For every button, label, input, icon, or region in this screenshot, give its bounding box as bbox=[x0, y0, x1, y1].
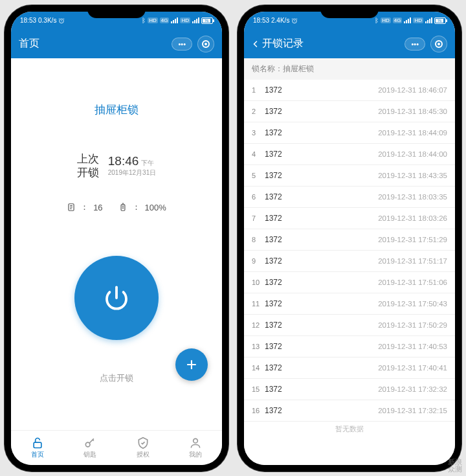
header: 开锁记录 ••• bbox=[244, 30, 455, 58]
lock-name[interactable]: 抽屉柜锁 bbox=[11, 102, 222, 117]
record-row[interactable]: 613722019-12-31 18:03:35 bbox=[244, 187, 455, 208]
record-row[interactable]: 1313722019-12-31 17:40:53 bbox=[244, 336, 455, 357]
record-row[interactable]: 1513722019-12-31 17:32:32 bbox=[244, 379, 455, 400]
notch bbox=[320, 5, 379, 18]
target-button[interactable] bbox=[197, 36, 214, 52]
record-row[interactable]: 213722019-12-31 18:45:30 bbox=[244, 101, 455, 122]
status-time: 18:53 bbox=[20, 17, 36, 24]
tab-auth[interactable]: 授权 bbox=[116, 431, 170, 465]
phone-left: 18:53 0.3K/s ᛒ HD 4G HD 76 首页 ••• 抽屉柜锁 bbox=[5, 5, 228, 471]
record-index: 10 bbox=[252, 278, 265, 286]
hd-badge-2: HD bbox=[413, 17, 423, 23]
record-id: 1372 bbox=[265, 299, 378, 308]
record-row[interactable]: 1413722019-12-31 17:40:41 bbox=[244, 357, 455, 379]
shield-icon bbox=[137, 436, 150, 449]
plus-icon: + bbox=[186, 354, 197, 375]
record-index: 13 bbox=[252, 343, 265, 350]
last-unlock-time: 18:46下午 2019年12月31日 bbox=[108, 154, 157, 177]
record-id: 1372 bbox=[265, 214, 378, 223]
home-content: 抽屉柜锁 上次 开锁 18:46下午 2019年12月31日 ：16 bbox=[11, 58, 222, 430]
record-row[interactable]: 1613722019-12-31 17:32:15 bbox=[244, 400, 455, 422]
more-menu-button[interactable]: ••• bbox=[172, 38, 192, 51]
record-row[interactable]: 1113722019-12-31 17:50:43 bbox=[244, 293, 455, 315]
record-index: 15 bbox=[252, 385, 265, 393]
key-icon bbox=[83, 436, 96, 449]
record-time: 2019-12-31 17:50:43 bbox=[378, 300, 447, 308]
notch bbox=[87, 5, 146, 18]
hd-badge: HD bbox=[148, 17, 158, 23]
record-time: 2019-12-31 18:44:00 bbox=[378, 150, 447, 158]
add-button[interactable]: + bbox=[175, 348, 208, 381]
last-unlock-label: 上次 开锁 bbox=[77, 152, 99, 180]
record-index: 6 bbox=[252, 193, 265, 201]
record-time: 2019-12-31 18:45:30 bbox=[378, 108, 447, 115]
record-index: 3 bbox=[252, 129, 265, 137]
more-menu-button[interactable]: ••• bbox=[405, 38, 425, 51]
tab-bar: 首页 钥匙 授权 我的 bbox=[11, 430, 222, 465]
status-speed: 0.3K/s bbox=[38, 17, 56, 24]
record-id: 1372 bbox=[265, 128, 378, 137]
svg-rect-3 bbox=[34, 442, 41, 448]
record-index: 12 bbox=[252, 321, 265, 329]
record-id: 1372 bbox=[265, 171, 378, 180]
record-row[interactable]: 713722019-12-31 18:03:26 bbox=[244, 208, 455, 229]
record-row[interactable]: 1213722019-12-31 17:50:29 bbox=[244, 315, 455, 336]
battery-icon: 76 bbox=[201, 17, 213, 24]
record-id: 1372 bbox=[265, 342, 378, 351]
records-list[interactable]: 113722019-12-31 18:46:07213722019-12-31 … bbox=[244, 80, 455, 422]
record-index: 5 bbox=[252, 172, 265, 179]
record-id: 1372 bbox=[265, 85, 378, 95]
record-time: 2019-12-31 17:51:17 bbox=[378, 257, 447, 265]
record-index: 1 bbox=[252, 86, 265, 94]
back-button[interactable] bbox=[252, 38, 260, 50]
record-time: 2019-12-31 17:50:29 bbox=[378, 321, 447, 329]
record-time: 2019-12-31 17:51:06 bbox=[378, 278, 447, 286]
record-id: 1372 bbox=[265, 321, 378, 330]
record-time: 2019-12-31 17:40:41 bbox=[378, 364, 447, 372]
record-id: 1372 bbox=[265, 150, 378, 159]
svg-point-4 bbox=[86, 442, 91, 447]
record-row[interactable]: 813722019-12-31 17:51:29 bbox=[244, 229, 455, 251]
record-row[interactable]: 113722019-12-31 18:46:07 bbox=[244, 80, 455, 101]
header: 首页 ••• bbox=[11, 30, 222, 58]
page-title: 首页 bbox=[19, 37, 39, 51]
list-icon bbox=[67, 202, 76, 212]
4g-badge: 4G bbox=[160, 17, 170, 23]
record-row[interactable]: 913722019-12-31 17:51:17 bbox=[244, 251, 455, 272]
unlock-button[interactable] bbox=[74, 256, 159, 340]
tab-home[interactable]: 首页 bbox=[11, 431, 64, 465]
record-row[interactable]: 1013722019-12-31 17:51:06 bbox=[244, 272, 455, 293]
target-button[interactable] bbox=[430, 36, 447, 52]
no-data-hint: 暂无数据 bbox=[244, 422, 455, 436]
status-time: 18:53 bbox=[253, 17, 269, 24]
battery-icon: 76 bbox=[434, 17, 446, 24]
screen: 18:53 0.3K/s ᛒ HD 4G HD 76 首页 ••• 抽屉柜锁 bbox=[11, 12, 222, 465]
record-row[interactable]: 513722019-12-31 18:43:35 bbox=[244, 165, 455, 187]
record-row[interactable]: 313722019-12-31 18:44:09 bbox=[244, 122, 455, 144]
record-index: 9 bbox=[252, 257, 265, 265]
record-index: 16 bbox=[252, 407, 265, 414]
watermark: 新浪 众测 bbox=[448, 459, 462, 473]
record-index: 2 bbox=[252, 108, 265, 115]
record-row[interactable]: 413722019-12-31 18:44:00 bbox=[244, 144, 455, 165]
tab-keys[interactable]: 钥匙 bbox=[64, 431, 117, 465]
lock-icon bbox=[31, 436, 44, 449]
tab-profile[interactable]: 我的 bbox=[170, 431, 223, 465]
record-id: 1372 bbox=[265, 235, 378, 244]
record-index: 11 bbox=[252, 300, 265, 308]
record-time: 2019-12-31 17:32:15 bbox=[378, 407, 447, 414]
record-index: 8 bbox=[252, 236, 265, 244]
status-speed: 2.4K/s bbox=[271, 17, 289, 24]
bluetooth-icon: ᛒ bbox=[142, 17, 146, 24]
record-id: 1372 bbox=[265, 385, 378, 394]
signal-icon bbox=[404, 17, 411, 23]
hd-badge: HD bbox=[381, 17, 391, 23]
signal-icon-2 bbox=[192, 17, 199, 23]
signal-icon bbox=[171, 17, 178, 23]
last-unlock-block: 上次 开锁 18:46下午 2019年12月31日 bbox=[11, 152, 222, 180]
signal-icon-2 bbox=[425, 17, 432, 23]
phone-right: 18:53 2.4K/s ᛒ HD 4G HD 76 开锁记录 ••• bbox=[238, 5, 461, 471]
stats-row: ：16 ：100% bbox=[11, 201, 222, 213]
lock-label-row: 锁名称：抽屉柜锁 bbox=[244, 58, 455, 80]
record-index: 4 bbox=[252, 150, 265, 158]
